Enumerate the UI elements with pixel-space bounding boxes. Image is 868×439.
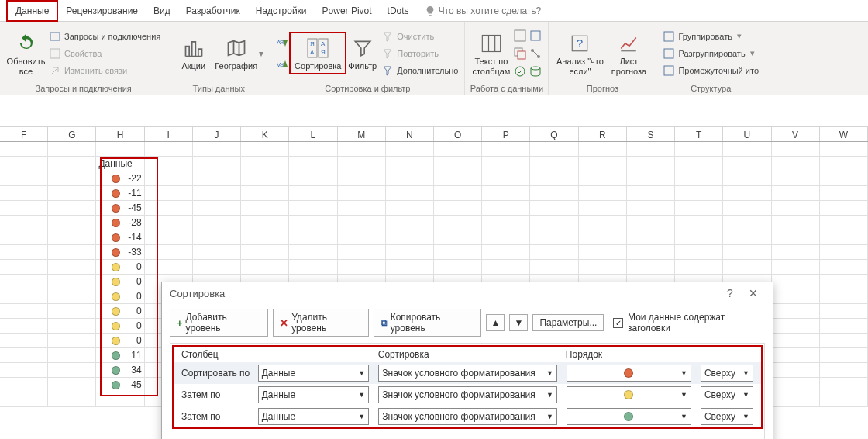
sort-direction-combo[interactable]: Сверху▼ bbox=[701, 365, 753, 382]
cell[interactable] bbox=[820, 334, 868, 348]
cell[interactable] bbox=[386, 201, 434, 216]
cell[interactable] bbox=[96, 392, 144, 407]
cell[interactable] bbox=[772, 186, 820, 201]
cell[interactable] bbox=[48, 201, 96, 216]
cell[interactable] bbox=[434, 157, 482, 171]
cell[interactable] bbox=[627, 201, 675, 216]
cell[interactable] bbox=[723, 245, 771, 260]
cell[interactable] bbox=[48, 157, 96, 171]
cell[interactable] bbox=[145, 230, 193, 245]
cell[interactable] bbox=[772, 392, 820, 407]
column-header[interactable]: I bbox=[145, 127, 193, 141]
cell[interactable] bbox=[482, 142, 530, 157]
cell[interactable] bbox=[530, 216, 578, 230]
cell[interactable] bbox=[434, 260, 482, 275]
cell[interactable] bbox=[48, 260, 96, 275]
move-down-button[interactable]: ▼ bbox=[509, 314, 528, 331]
cell[interactable] bbox=[772, 378, 820, 392]
cell[interactable] bbox=[338, 142, 386, 157]
cell[interactable] bbox=[627, 260, 675, 275]
data-cell[interactable]: -11 bbox=[96, 186, 144, 201]
cell[interactable] bbox=[145, 245, 193, 260]
cell[interactable] bbox=[530, 157, 578, 171]
column-header[interactable]: W bbox=[820, 127, 868, 141]
cell[interactable] bbox=[193, 245, 241, 260]
cell[interactable] bbox=[386, 245, 434, 260]
cell[interactable] bbox=[675, 230, 723, 245]
cell[interactable] bbox=[675, 157, 723, 171]
cell[interactable] bbox=[723, 260, 771, 275]
cell[interactable] bbox=[482, 245, 530, 260]
cell[interactable] bbox=[48, 392, 96, 407]
cell[interactable] bbox=[338, 201, 386, 216]
cell[interactable] bbox=[0, 319, 48, 334]
column-header[interactable]: G bbox=[48, 127, 96, 141]
data-cell[interactable]: 45 bbox=[96, 378, 144, 392]
cell[interactable] bbox=[386, 260, 434, 275]
cell[interactable] bbox=[48, 171, 96, 186]
cell[interactable] bbox=[820, 304, 868, 319]
cell[interactable] bbox=[579, 186, 627, 201]
cell[interactable] bbox=[482, 260, 530, 275]
cell[interactable] bbox=[289, 230, 337, 245]
cell[interactable] bbox=[772, 348, 820, 363]
column-header[interactable]: P bbox=[482, 127, 530, 141]
cell[interactable] bbox=[482, 201, 530, 216]
cell[interactable] bbox=[772, 171, 820, 186]
cell[interactable] bbox=[772, 216, 820, 230]
cell[interactable] bbox=[820, 171, 868, 186]
data-model-button[interactable] bbox=[529, 64, 542, 79]
cell[interactable] bbox=[289, 201, 337, 216]
cell[interactable] bbox=[338, 157, 386, 171]
cell[interactable] bbox=[530, 230, 578, 245]
cell[interactable] bbox=[0, 245, 48, 260]
tab-view[interactable]: Вид bbox=[146, 2, 178, 20]
cell[interactable] bbox=[289, 157, 337, 171]
dialog-close-button[interactable]: ✕ bbox=[742, 287, 765, 299]
sort-desc-button[interactable] bbox=[277, 54, 289, 70]
cell[interactable] bbox=[723, 142, 771, 157]
cell[interactable] bbox=[193, 201, 241, 216]
cell[interactable] bbox=[0, 289, 48, 304]
cell[interactable] bbox=[289, 216, 337, 230]
has-headers-checkbox[interactable]: Мои данные содержат заголовки bbox=[613, 312, 765, 334]
cell[interactable] bbox=[579, 230, 627, 245]
cell[interactable] bbox=[820, 142, 868, 157]
cell[interactable] bbox=[820, 201, 868, 216]
sort-dialog-button[interactable]: Я А А Я Сортировка bbox=[291, 33, 345, 73]
cell[interactable] bbox=[675, 216, 723, 230]
cell[interactable] bbox=[338, 230, 386, 245]
cell[interactable] bbox=[0, 186, 48, 201]
forecast-sheet-button[interactable]: Лист прогноза bbox=[606, 29, 651, 78]
table-header-cell[interactable]: Данные bbox=[96, 157, 144, 171]
ungroup-rows-button[interactable]: Разгруппировать▾ bbox=[663, 46, 759, 61]
cell[interactable] bbox=[0, 304, 48, 319]
cell[interactable] bbox=[338, 260, 386, 275]
cell[interactable] bbox=[675, 186, 723, 201]
relationships-button[interactable] bbox=[529, 46, 542, 61]
cell[interactable] bbox=[241, 230, 289, 245]
cell[interactable] bbox=[241, 171, 289, 186]
cell[interactable] bbox=[145, 216, 193, 230]
column-header[interactable]: Q bbox=[530, 127, 578, 141]
cell[interactable] bbox=[675, 245, 723, 260]
group-rows-button[interactable]: Группировать▾ bbox=[663, 29, 759, 44]
cell[interactable] bbox=[193, 186, 241, 201]
datatypes-overflow[interactable]: ▾ bbox=[257, 48, 265, 59]
cell[interactable] bbox=[820, 348, 868, 363]
cell[interactable] bbox=[289, 142, 337, 157]
consolidate-button[interactable] bbox=[529, 28, 542, 43]
advanced-filter-button[interactable]: Дополнительно bbox=[381, 63, 458, 78]
cell[interactable] bbox=[820, 216, 868, 230]
column-header[interactable]: N bbox=[386, 127, 434, 141]
cell[interactable] bbox=[627, 230, 675, 245]
subtotal-button[interactable]: Промежуточный ито bbox=[663, 63, 759, 78]
cell[interactable] bbox=[434, 230, 482, 245]
cell[interactable] bbox=[48, 363, 96, 378]
cell[interactable] bbox=[772, 245, 820, 260]
cell[interactable] bbox=[241, 157, 289, 171]
tab-review[interactable]: Рецензирование bbox=[58, 2, 146, 20]
cell[interactable] bbox=[772, 230, 820, 245]
cell[interactable] bbox=[434, 245, 482, 260]
sort-order-icon-combo[interactable]: ▼ bbox=[567, 408, 691, 425]
